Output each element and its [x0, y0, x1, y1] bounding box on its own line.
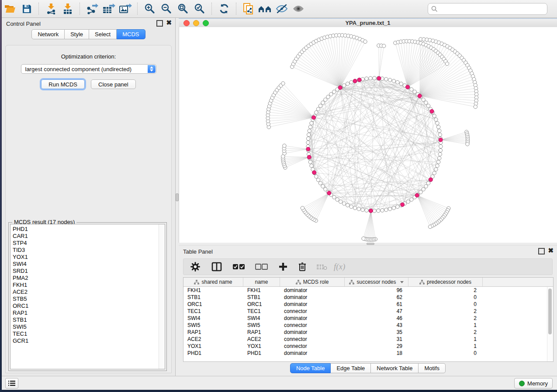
scrollbar-thumb[interactable]: [548, 289, 552, 334]
node-table[interactable]: shared namenameMCDS rolesuccessor nodesp…: [183, 277, 554, 362]
task-history-button[interactable]: [5, 378, 18, 389]
mcds-result-list[interactable]: PHD1CAR1STP4TID3YOX1SWI4SRD1PMA2FKH1ACE2…: [10, 224, 165, 369]
result-node[interactable]: SRD1: [13, 268, 165, 275]
splitter-handle[interactable]: [176, 193, 179, 201]
close-panel-icon[interactable]: ✖: [548, 248, 554, 254]
cell-MCDS-role: dominator: [280, 301, 345, 307]
column-header-name[interactable]: name: [243, 278, 280, 286]
zoom-out-icon[interactable]: [159, 2, 174, 16]
column-header-shared-name[interactable]: shared name: [183, 278, 243, 286]
zoom-fit-icon[interactable]: [176, 2, 190, 16]
network-canvas[interactable]: [179, 27, 557, 243]
run-mcds-button[interactable]: Run MCDS: [41, 79, 85, 89]
status-bar: Memory: [2, 376, 557, 390]
result-node[interactable]: TID3: [13, 247, 165, 254]
result-node[interactable]: STB5: [13, 296, 165, 303]
add-column-icon[interactable]: [279, 262, 287, 271]
delete-column-icon[interactable]: [298, 262, 307, 272]
export-network-icon[interactable]: [85, 2, 100, 16]
save-session-icon[interactable]: [19, 2, 34, 16]
table-row[interactable]: ORC1ORC1dominator610: [183, 301, 553, 308]
horizontal-splitter[interactable]: [179, 243, 557, 245]
tab-node-table[interactable]: Node Table: [290, 363, 331, 373]
network-window-titlebar[interactable]: YPA_prune.txt_1: [179, 18, 557, 28]
table-row[interactable]: YOX1YOX1connector291: [183, 343, 553, 350]
shared-column-icon: [349, 280, 354, 285]
float-panel-icon[interactable]: [156, 20, 163, 27]
float-panel-icon[interactable]: [538, 248, 545, 254]
split-panel-icon[interactable]: [211, 262, 222, 272]
tab-edge-table[interactable]: Edge Table: [331, 363, 371, 373]
hide-selected-icon[interactable]: [274, 2, 289, 16]
select-all-icon[interactable]: [232, 263, 246, 270]
cell-MCDS-role: dominator: [280, 329, 345, 335]
column-header-successor-nodes[interactable]: successor nodes: [345, 278, 408, 286]
memory-button[interactable]: Memory: [514, 378, 553, 389]
table-row[interactable]: SWI5SWI5connector431: [183, 322, 553, 329]
close-panel-button[interactable]: Close panel: [91, 79, 136, 89]
result-node[interactable]: PHD1: [13, 226, 165, 233]
export-table-icon[interactable]: [101, 2, 116, 16]
tab-network-table[interactable]: Network Table: [371, 363, 419, 373]
table-row[interactable]: PHD1PHD1dominator180: [183, 350, 553, 357]
close-window-icon[interactable]: [183, 20, 190, 26]
optimization-criterion-label: Optimization criterion:: [6, 53, 171, 60]
result-node[interactable]: FKH1: [13, 282, 165, 289]
result-node[interactable]: YOX1: [13, 254, 165, 261]
column-header-predecessor-nodes[interactable]: predecessor nodes: [408, 278, 483, 286]
maximize-window-icon[interactable]: [203, 20, 209, 26]
zoom-selected-icon[interactable]: [192, 2, 207, 16]
search-input[interactable]: [439, 5, 547, 13]
gear-icon[interactable]: [190, 262, 200, 272]
tab-select[interactable]: Select: [89, 29, 117, 39]
network-file-icon[interactable]: [241, 2, 256, 16]
table-row[interactable]: TEC1TEC1connector472: [183, 308, 553, 315]
deselect-all-icon[interactable]: [255, 263, 268, 270]
tab-mcds[interactable]: MCDS: [117, 29, 145, 39]
close-panel-icon[interactable]: ✖: [166, 20, 172, 27]
table-scrollbar[interactable]: [547, 287, 553, 361]
zoom-in-icon[interactable]: [142, 2, 157, 16]
result-node[interactable]: GCR1: [13, 337, 165, 344]
open-session-icon[interactable]: [3, 2, 17, 16]
result-node[interactable]: SWI5: [13, 323, 165, 330]
shared-column-icon: [296, 280, 301, 285]
result-node[interactable]: SWI4: [13, 261, 165, 268]
result-node[interactable]: RAP1: [13, 309, 165, 316]
first-neighbors-icon[interactable]: [258, 2, 273, 16]
result-node[interactable]: STB1: [13, 316, 165, 323]
result-node[interactable]: ORC1: [13, 303, 165, 309]
apply-layout-icon[interactable]: [217, 2, 232, 16]
vertical-splitter[interactable]: [176, 18, 179, 376]
tab-network[interactable]: Network: [31, 29, 65, 39]
table-row[interactable]: FKH1FKH1dominator962: [183, 287, 553, 294]
result-scrollbar[interactable]: [159, 224, 165, 369]
result-node[interactable]: CAR1: [13, 233, 165, 240]
import-network-icon[interactable]: [44, 2, 59, 16]
column-label: predecessor nodes: [427, 279, 471, 285]
column-header-MCDS-role[interactable]: MCDS role: [280, 278, 345, 286]
cell-predecessor-nodes: 2: [408, 287, 483, 293]
cell-predecessor-nodes: 0: [408, 294, 483, 300]
cell-name: ACE2: [243, 336, 280, 342]
result-node[interactable]: PMA2: [13, 275, 165, 282]
table-row[interactable]: ACE2ACE2connector311: [183, 336, 553, 343]
optimization-criterion-select[interactable]: largest connected component (undirected): [21, 64, 156, 74]
import-table-icon[interactable]: [60, 2, 75, 16]
table-row[interactable]: RAP1RAP1dominator352: [183, 329, 553, 336]
splitter-handle[interactable]: [367, 243, 374, 245]
result-node[interactable]: TEC1: [13, 330, 165, 337]
tab-motifs[interactable]: Motifs: [419, 363, 446, 373]
minimize-window-icon[interactable]: [193, 20, 199, 26]
search-box[interactable]: [428, 3, 547, 15]
result-node[interactable]: STP4: [13, 240, 165, 247]
table-row[interactable]: SWI4SWI4dominator462: [183, 315, 553, 322]
export-image-icon[interactable]: [118, 2, 133, 16]
result-node[interactable]: ACE2: [13, 289, 165, 296]
table-row[interactable]: STB1STB1dominator620: [183, 294, 553, 301]
show-all-icon[interactable]: [291, 2, 306, 16]
cell-shared-name: YOX1: [183, 343, 243, 349]
tab-style[interactable]: Style: [65, 29, 89, 39]
table-header-row: shared namenameMCDS rolesuccessor nodesp…: [183, 278, 553, 287]
network-graph[interactable]: [179, 27, 557, 243]
